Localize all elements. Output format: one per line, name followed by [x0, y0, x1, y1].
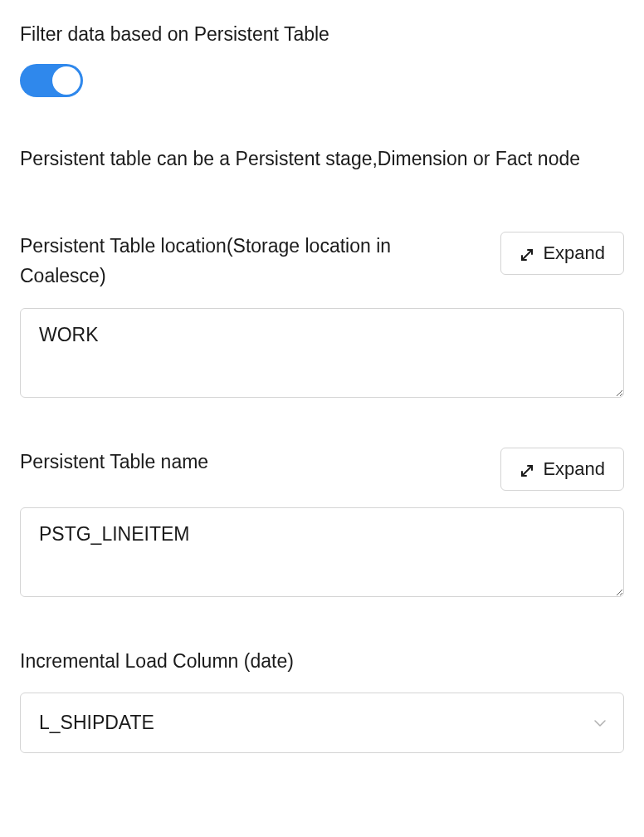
filter-label: Filter data based on Persistent Table: [20, 20, 624, 49]
persistent-table-description: Persistent table can be a Persistent sta…: [20, 144, 624, 174]
table-name-input[interactable]: [20, 507, 624, 597]
incremental-load-select[interactable]: L_SHIPDATE: [20, 693, 624, 753]
filter-toggle[interactable]: [20, 64, 83, 97]
table-location-input[interactable]: [20, 308, 624, 398]
expand-icon: [520, 246, 534, 261]
table-location-label: Persistent Table location(Storage locati…: [20, 232, 451, 291]
expand-label: Expand: [543, 458, 605, 480]
toggle-knob: [52, 66, 80, 95]
svg-line-0: [522, 250, 532, 260]
expand-icon: [520, 462, 534, 477]
table-name-label: Persistent Table name: [20, 448, 208, 477]
svg-line-1: [522, 466, 532, 476]
incremental-load-label: Incremental Load Column (date): [20, 647, 451, 677]
expand-label: Expand: [543, 242, 605, 264]
expand-table-location-button[interactable]: Expand: [500, 232, 624, 275]
expand-table-name-button[interactable]: Expand: [500, 448, 624, 491]
